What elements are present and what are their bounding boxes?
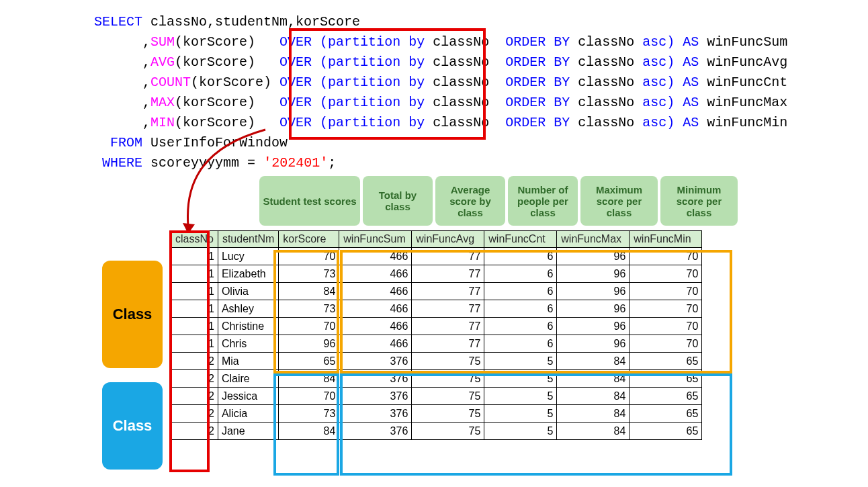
cell-winFuncCnt: 6: [484, 318, 557, 335]
cell-winFuncMax: 96: [557, 248, 630, 265]
cell-classNo: 2: [171, 370, 218, 388]
cell-winFuncCnt: 6: [484, 265, 557, 283]
order-col: classNo: [578, 75, 634, 90]
table-row: 1Christine704667769670: [171, 318, 702, 335]
cell-winFuncAvg: 77: [412, 318, 484, 335]
cell-studentNm: Mia: [218, 353, 278, 370]
cell-korScore: 96: [279, 335, 339, 353]
kw-where: WHERE: [102, 155, 142, 171]
eq: =: [247, 155, 255, 171]
cell-winFuncAvg: 77: [412, 335, 484, 353]
alias: winFuncAvg: [707, 54, 787, 70]
kw-orderby: ORDER BY: [505, 115, 570, 130]
kw-as: AS: [683, 75, 699, 90]
table-row: 1Ashley734667769670: [171, 300, 702, 318]
alias: winFuncSum: [707, 34, 787, 50]
semi: ;: [328, 155, 336, 171]
kw-asc: asc): [642, 115, 675, 130]
kw-orderby: ORDER BY: [505, 95, 570, 110]
cell-studentNm: Claire: [218, 370, 278, 388]
cell-korScore: 73: [279, 265, 339, 283]
cell-winFuncSum: 376: [339, 370, 412, 388]
cell-studentNm: Jane: [218, 423, 278, 440]
th-korscore: korScore: [279, 231, 339, 248]
cell-winFuncAvg: 75: [412, 388, 484, 405]
cell-korScore: 84: [279, 423, 339, 440]
th-avg: winFuncAvg: [412, 231, 484, 248]
table-header-row: classNo studentNm korScore winFuncSum wi…: [171, 231, 702, 248]
cell-korScore: 65: [279, 353, 339, 370]
kw-as: AS: [683, 115, 699, 130]
table-row: 1Chris964667769670: [171, 335, 702, 353]
cell-winFuncMin: 65: [630, 370, 702, 388]
order-col: classNo: [578, 115, 634, 130]
cell-winFuncMin: 65: [630, 353, 702, 370]
class-2-label: Class: [102, 382, 163, 470]
cell-classNo: 1: [171, 265, 218, 283]
cell-winFuncSum: 466: [339, 248, 412, 265]
kw-partition: (partition by: [320, 95, 425, 110]
cell-winFuncMax: 84: [557, 388, 630, 405]
cell-winFuncCnt: 6: [484, 248, 557, 265]
fn-avg: AVG: [150, 54, 175, 70]
sql-selected-cols: classNo,studentNm,korScore: [150, 14, 360, 30]
desc-min: Minimum score per class: [660, 176, 738, 226]
kw-as: AS: [683, 54, 699, 70]
cell-classNo: 2: [171, 405, 218, 423]
cell-winFuncSum: 376: [339, 405, 412, 423]
cell-winFuncMax: 96: [557, 265, 630, 283]
cell-winFuncAvg: 75: [412, 405, 484, 423]
kw-asc: asc): [642, 75, 675, 90]
cell-winFuncSum: 466: [339, 318, 412, 335]
fn-count: COUNT: [150, 75, 191, 90]
partition-col: classNo: [433, 54, 489, 70]
cell-winFuncSum: 466: [339, 300, 412, 318]
kw-partition: (partition by: [320, 34, 425, 50]
desc-avg: Average score by class: [435, 176, 505, 226]
cell-winFuncSum: 376: [339, 423, 412, 440]
alias: winFuncMin: [707, 115, 787, 130]
cell-winFuncCnt: 5: [484, 423, 557, 440]
kw-select: SELECT: [94, 14, 142, 30]
cell-winFuncSum: 466: [339, 265, 412, 283]
cell-winFuncMin: 70: [630, 283, 702, 300]
partition-col: classNo: [433, 95, 489, 110]
fn-min: MIN: [150, 115, 175, 130]
cell-winFuncMin: 70: [630, 300, 702, 318]
kw-over: OVER: [279, 75, 312, 90]
cell-winFuncMax: 96: [557, 335, 630, 353]
kw-asc: asc): [642, 95, 675, 110]
cell-winFuncCnt: 5: [484, 370, 557, 388]
kw-orderby: ORDER BY: [505, 34, 570, 50]
cell-studentNm: Chris: [218, 335, 278, 353]
desc-count: Number of people per class: [508, 176, 578, 226]
cell-winFuncMin: 65: [630, 423, 702, 440]
kw-over: OVER: [279, 54, 312, 70]
kw-as: AS: [683, 34, 699, 50]
cell-classNo: 1: [171, 248, 218, 265]
cell-studentNm: Lucy: [218, 248, 278, 265]
partition-col: classNo: [433, 115, 489, 130]
where-val: '202401': [263, 155, 328, 171]
cell-winFuncMin: 70: [630, 335, 702, 353]
arg: (korScore): [175, 115, 255, 130]
th-cnt: winFuncCnt: [484, 231, 557, 248]
cell-winFuncMax: 96: [557, 318, 630, 335]
sql-table: UserInfoForWindow: [150, 135, 288, 150]
cell-winFuncCnt: 5: [484, 388, 557, 405]
cell-korScore: 70: [279, 388, 339, 405]
cell-studentNm: Ashley: [218, 300, 278, 318]
cell-winFuncAvg: 77: [412, 265, 484, 283]
cell-winFuncAvg: 75: [412, 353, 484, 370]
cell-winFuncMax: 96: [557, 283, 630, 300]
cell-winFuncCnt: 6: [484, 300, 557, 318]
desc-max: Maximum score per class: [580, 176, 658, 226]
class-1-label: Class: [102, 261, 163, 368]
table-row: 2Jessica703767558465: [171, 388, 702, 405]
cell-winFuncCnt: 5: [484, 405, 557, 423]
kw-orderby: ORDER BY: [505, 54, 570, 70]
cell-winFuncSum: 466: [339, 283, 412, 300]
fn-max: MAX: [150, 95, 175, 110]
kw-partition: (partition by: [320, 75, 425, 90]
cell-winFuncAvg: 77: [412, 300, 484, 318]
